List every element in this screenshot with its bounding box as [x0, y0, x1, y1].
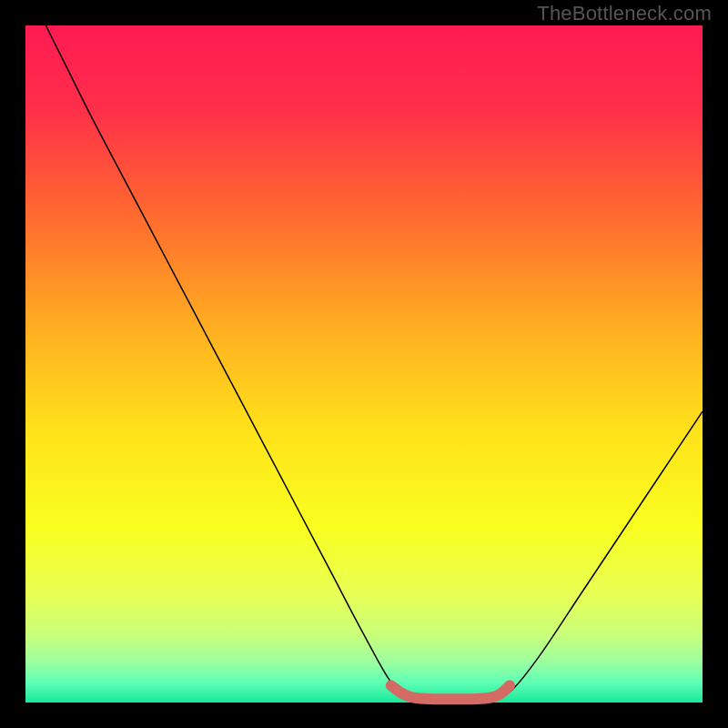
- watermark-text: TheBottleneck.com: [537, 2, 712, 25]
- plot-area: [25, 25, 703, 703]
- chart-canvas: [0, 0, 728, 728]
- chart-stage: TheBottleneck.com: [0, 0, 728, 728]
